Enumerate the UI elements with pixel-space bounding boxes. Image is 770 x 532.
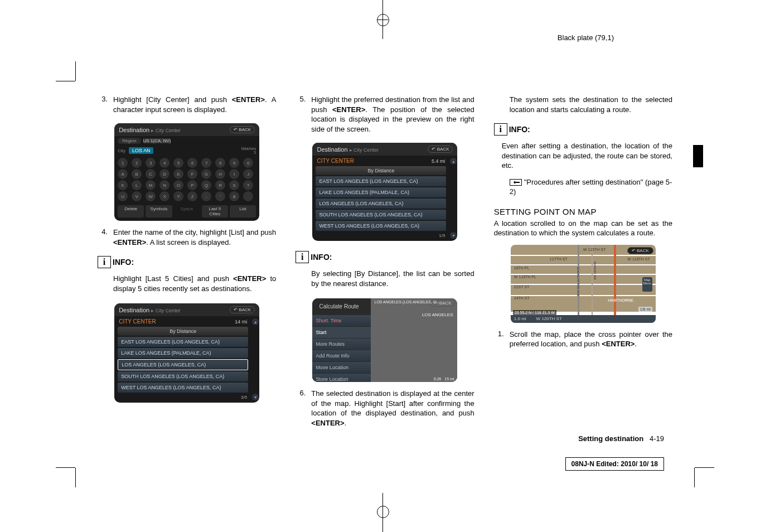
keyboard-key[interactable]: K xyxy=(118,180,128,190)
enter-key: <ENTER> xyxy=(233,274,266,283)
screen-title: Destination xyxy=(317,146,347,153)
keyboard-key[interactable]: J xyxy=(243,169,253,179)
scale-label: 1/8 mi xyxy=(638,307,652,312)
street-label: 24TH ST xyxy=(514,296,530,300)
list-item[interactable]: LAKE LOS ANGELES (PALMDALE, CA) xyxy=(118,348,248,358)
route-menu-item[interactable]: Add Route Info xyxy=(312,350,371,361)
keyboard-key[interactable]: W xyxy=(146,191,156,201)
keyboard-key[interactable]: C xyxy=(146,169,156,179)
list-item[interactable]: LAKE LOS ANGELES (PALMDALE, CA) xyxy=(316,187,446,197)
keyboard-key[interactable]: Z xyxy=(187,191,197,201)
route-menu-item[interactable]: Short. Time xyxy=(312,315,371,326)
breadcrumb: ▸ City Center xyxy=(151,128,181,133)
keyboard-key[interactable]: 1 xyxy=(118,158,128,168)
keyboard-key[interactable]: R xyxy=(215,180,225,190)
enter-key: <ENTER> xyxy=(311,419,344,427)
list-button[interactable]: List xyxy=(230,205,256,217)
last5-button[interactable]: Last 5 Cities xyxy=(202,205,228,217)
map-city-label: LOS ANGELES xyxy=(422,312,453,317)
scroll-down-icon[interactable]: ▼ xyxy=(252,394,259,400)
back-button[interactable]: ↶ BACK xyxy=(230,126,255,133)
keyboard-key[interactable]: M xyxy=(146,180,156,190)
sort-button[interactable]: By Distance xyxy=(118,327,248,336)
keyboard-key[interactable]: H xyxy=(215,169,225,179)
keyboard-key[interactable]: 0 xyxy=(243,158,253,168)
step-number: 1. xyxy=(494,330,504,349)
keyboard-key[interactable]: 5 xyxy=(173,158,183,168)
back-button[interactable]: ↶ BACK xyxy=(428,146,453,153)
keyboard-key[interactable]: - xyxy=(201,191,211,201)
enter-key: <ENTER> xyxy=(602,340,635,348)
list-item[interactable]: SOUTH LOS ANGELES (LOS ANGELES, CA) xyxy=(118,371,248,381)
screenshot-destination-list: Destination▸ City Center ↶ BACK CITY CEN… xyxy=(312,143,457,241)
keyboard-key[interactable]: Q xyxy=(201,180,211,190)
keyboard-key[interactable]: A xyxy=(118,169,128,179)
list-item[interactable]: LOS ANGELES (LOS ANGELES, CA) xyxy=(118,359,248,370)
scroll-up-icon[interactable]: ▲ xyxy=(450,158,457,165)
keyboard-key[interactable]: N xyxy=(159,180,170,190)
list-item[interactable]: WEST LOS ANGELES (LOS ANGELES, CA) xyxy=(316,221,446,231)
city-input[interactable]: LOS AN xyxy=(129,147,154,154)
back-button[interactable]: ↶ BACK xyxy=(230,306,255,313)
map-coordinates: 33 55.2 N / 118 21.3 W xyxy=(513,310,556,315)
keyboard-key[interactable]: V xyxy=(132,191,142,201)
step-number: 6. xyxy=(296,389,306,428)
keyboard-key[interactable]: Y xyxy=(173,191,183,201)
text: . xyxy=(635,340,637,348)
keyboard-key[interactable]: U xyxy=(118,191,128,201)
keyboard-key[interactable]: T xyxy=(243,180,253,190)
keyboard-key[interactable]: ' xyxy=(215,191,225,201)
screenshot-map[interactable]: ↶ BACK W 115TH ST 117TH ST W 118TH ST 18… xyxy=(511,245,656,323)
sort-button[interactable]: By Distance xyxy=(316,166,446,175)
keyboard-key[interactable]: X xyxy=(159,191,170,201)
list-item[interactable]: EAST LOS ANGELES (LOS ANGELES, CA) xyxy=(118,337,248,347)
space-button[interactable]: Space xyxy=(174,205,200,217)
keyboard-key[interactable]: L xyxy=(132,180,142,190)
list-item[interactable]: EAST LOS ANGELES (LOS ANGELES, CA) xyxy=(316,176,446,186)
route-map[interactable]: ↶ BACK LOS ANGELES (LOS ANGELES, C... LO… xyxy=(371,298,457,382)
step-text: The selected destination is displayed at… xyxy=(311,389,474,428)
scroll-down-icon[interactable]: ▼ xyxy=(450,232,457,239)
keyboard-key[interactable]: D xyxy=(159,169,170,179)
info-body: By selecting [By Distance], the list can… xyxy=(311,269,474,288)
route-menu-item[interactable]: Store Location xyxy=(312,374,371,382)
list-item[interactable]: SOUTH LOS ANGELES (LOS ANGELES, CA) xyxy=(316,210,446,220)
keyboard-key[interactable]: 6 xyxy=(187,158,197,168)
route-menu-item[interactable]: More Routes xyxy=(312,338,371,350)
keyboard-key[interactable]: P xyxy=(187,180,197,190)
keyboard-key[interactable]: G xyxy=(201,169,211,179)
list-item[interactable]: WEST LOS ANGELES (LOS ANGELES, CA) xyxy=(118,383,248,393)
back-button[interactable]: ↶ BACK xyxy=(627,247,653,254)
keyboard-grid[interactable]: 1234567890ABCDEFGHIJKLMNOPQRSTUVWXYZ-'& xyxy=(114,156,259,204)
route-menu-item[interactable]: Move Location xyxy=(312,362,371,373)
route-menu-item[interactable]: Start xyxy=(312,327,371,338)
keyboard-key[interactable]: I xyxy=(229,169,239,179)
street-label: MANOR DR xyxy=(593,262,597,280)
keyboard-key[interactable]: & xyxy=(229,191,239,201)
keyboard-key[interactable]: F xyxy=(187,169,197,179)
region-button[interactable]: Region xyxy=(118,138,141,144)
scroll-up-icon[interactable]: ▲ xyxy=(252,318,259,325)
delete-button[interactable]: Delete xyxy=(118,205,144,217)
column-2: 5. Highlight the preferred destination f… xyxy=(296,95,474,454)
distance-value: 14 mi xyxy=(235,319,247,325)
keyboard-key[interactable]: O xyxy=(173,180,183,190)
region-value: US 1(CA, NV) xyxy=(143,138,171,143)
map-menu-button[interactable]: Map Menu xyxy=(642,277,652,292)
keyboard-key[interactable]: 7 xyxy=(201,158,211,168)
enter-key: <ENTER> xyxy=(332,105,365,114)
keyboard-key[interactable]: 4 xyxy=(159,158,170,168)
spacer xyxy=(494,95,504,114)
list-item[interactable]: LOS ANGELES (LOS ANGELES, CA) xyxy=(316,199,446,209)
keyboard-key[interactable]: 8 xyxy=(215,158,225,168)
keyboard-key[interactable]: 2 xyxy=(132,158,142,168)
text: The selected destination is displayed at… xyxy=(311,389,474,417)
keyboard-key[interactable]: S xyxy=(229,180,239,190)
keyboard-key[interactable]: B xyxy=(132,169,142,179)
keyboard-key[interactable]: 9 xyxy=(229,158,239,168)
symbols-button[interactable]: Symbols xyxy=(146,205,172,217)
keyboard-key[interactable]: E xyxy=(173,169,183,179)
info-icon: i xyxy=(296,251,309,263)
keyboard-key[interactable]: 3 xyxy=(146,158,156,168)
keyboard-key[interactable] xyxy=(243,191,253,201)
